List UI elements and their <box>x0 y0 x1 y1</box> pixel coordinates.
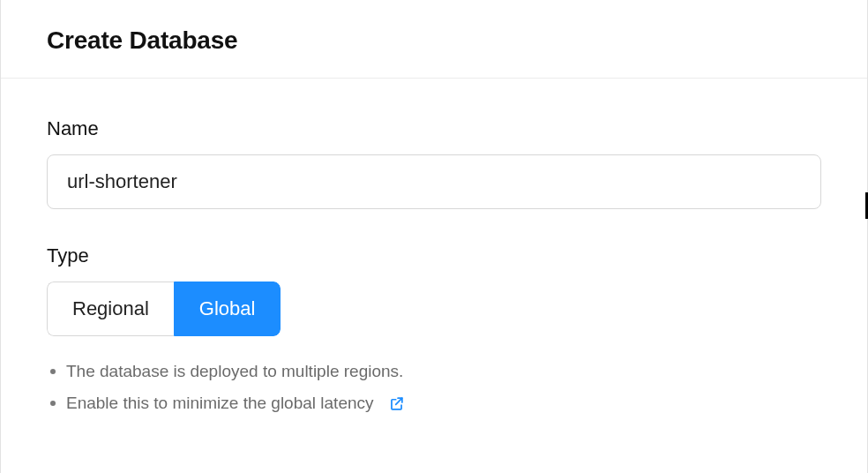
bullet-icon <box>50 401 56 406</box>
name-label: Name <box>47 117 821 140</box>
bullet-icon <box>50 369 56 374</box>
type-option-regional[interactable]: Regional <box>47 282 174 336</box>
type-label: Type <box>47 244 821 267</box>
external-link-icon[interactable] <box>388 395 405 412</box>
panel-body: Name Type Regional Global The database i… <box>1 79 867 419</box>
list-item: The database is deployed to multiple reg… <box>50 356 821 387</box>
type-hints: The database is deployed to multiple reg… <box>47 356 821 419</box>
panel-header: Create Database <box>1 0 867 79</box>
type-option-global[interactable]: Global <box>174 282 281 336</box>
type-field: Type Regional Global The database is dep… <box>47 244 821 419</box>
name-field: Name <box>47 117 821 209</box>
name-input[interactable] <box>47 154 821 209</box>
page-title: Create Database <box>47 26 821 55</box>
list-item: Enable this to minimize the global laten… <box>50 387 821 419</box>
hint-text: The database is deployed to multiple reg… <box>66 356 403 387</box>
create-database-panel: Create Database Name Type Regional Globa… <box>0 0 868 473</box>
type-segmented-control: Regional Global <box>47 282 281 336</box>
hint-text: Enable this to minimize the global laten… <box>66 387 374 419</box>
